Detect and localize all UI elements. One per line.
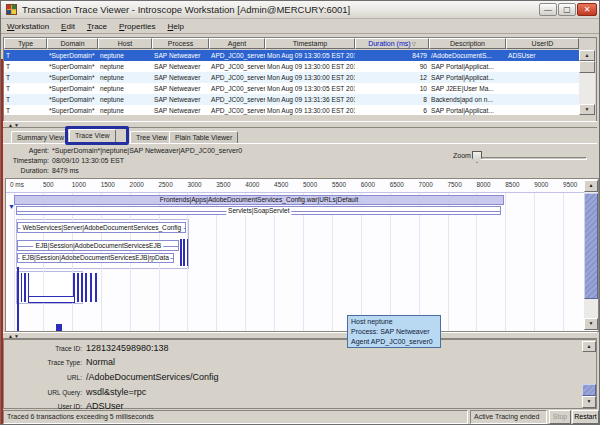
menu-item-edit[interactable]: Edit	[55, 22, 81, 31]
micro-call-segment[interactable]	[56, 324, 62, 332]
zoom-slider-track[interactable]	[473, 157, 587, 160]
detail-field-value: /AdobeDocumentServices/Config	[86, 372, 219, 382]
micro-call-segment[interactable]	[95, 273, 97, 302]
timestamp-info-line: Timestamp: 08/09/10 13:30:05 EST	[3, 157, 124, 164]
table-cell: T	[4, 50, 47, 61]
horizontal-splitter-bottom[interactable]: ▲▼	[3, 332, 597, 339]
column-header-domain[interactable]: Domain	[47, 38, 98, 49]
table-row[interactable]: T*SuperDomain*neptuneSAP NetweaverAPD_JC…	[4, 61, 579, 72]
timestamp-value: 08/09/10 13:30:05 EST	[52, 157, 124, 164]
menu-item-workstation[interactable]: Workstation	[1, 22, 55, 31]
tab-trace-view[interactable]: Trace View	[69, 129, 116, 144]
app-icon	[6, 4, 17, 15]
table-row[interactable]: T*SuperDomain*neptuneSAP NetweaverAPD_JC…	[4, 94, 579, 105]
column-header-description[interactable]: Description	[429, 38, 506, 49]
micro-call-segment[interactable]	[24, 273, 26, 302]
agent-info-line: Agent: *SuperDomain*|neptune|SAP Netweav…	[3, 147, 242, 154]
micro-call-segment[interactable]	[180, 239, 182, 266]
ruler-tick-label: 4000	[245, 181, 259, 188]
column-header-timestamp[interactable]: Timestamp	[265, 38, 355, 49]
table-cell: Mon Aug 09 13:31:36 EST 2010	[265, 94, 355, 105]
chart-scroll-down-icon[interactable]: ▼	[584, 318, 598, 330]
detail-field-label: URL:	[4, 374, 82, 381]
table-row[interactable]: T*SuperDomain*neptuneSAP NetweaverAPD_JC…	[4, 50, 579, 61]
chart-gridline	[563, 193, 564, 331]
column-header-agent[interactable]: Agent	[209, 38, 265, 49]
table-cell: /AdobeDocumentS...	[429, 50, 506, 61]
table-header-row: TypeDomainHostProcessAgentTimestampDurat…	[4, 38, 579, 49]
trace-segment-bar[interactable]: WebServices|Server|AdobeDocumentServices…	[17, 222, 186, 233]
ruler-tick-label: 1000	[72, 181, 86, 188]
transaction-trace-viewer-window: Transaction Trace Viewer - Introscope Wo…	[0, 0, 600, 425]
view-tab-strip: Summary ViewTrace ViewTree ViewPlain Tab…	[3, 128, 597, 144]
table-cell: APD_JC00_server0	[209, 72, 265, 83]
zoom-slider-label: Zoom	[453, 152, 471, 159]
micro-call-segment[interactable]	[90, 273, 92, 302]
table-cell: APD_JC00_server0	[209, 61, 265, 72]
menu-item-properties[interactable]: Properties	[113, 22, 161, 31]
stop-button[interactable]: Stop	[549, 410, 571, 424]
micro-call-segment[interactable]	[183, 239, 185, 266]
column-header-process[interactable]: Process	[152, 38, 209, 49]
zoom-slider-thumb[interactable]	[472, 151, 482, 163]
duration-label: Duration:	[3, 167, 49, 174]
table-cell: APD_JC00_server0	[209, 94, 265, 105]
column-header-host[interactable]: Host	[98, 38, 152, 49]
duration-info-line: Duration: 8479 ms	[3, 167, 79, 174]
column-header-userid[interactable]: UserID	[506, 38, 579, 49]
maximize-button[interactable]: ▢	[558, 3, 576, 16]
close-button[interactable]: ✕	[577, 3, 597, 16]
micro-call-segment[interactable]	[28, 296, 75, 303]
horizontal-splitter-top[interactable]: ▲▼	[3, 121, 597, 128]
micro-call-segment[interactable]	[77, 273, 79, 302]
status-bar: Traced 6 transactions exceeding 5 millis…	[1, 410, 599, 424]
detail-field-label: URL Query:	[4, 389, 82, 396]
details-scrollbar-thumb[interactable]	[582, 384, 596, 396]
table-scrollbar-thumb[interactable]	[579, 61, 595, 73]
ruler-tick-label: 2000	[130, 181, 144, 188]
menu-item-help[interactable]: Help	[162, 22, 190, 31]
ruler-tick-label: 500	[43, 181, 54, 188]
ruler-tick-label: 8500	[505, 181, 519, 188]
table-cell: SAP J2EE|User Ma...	[429, 83, 506, 94]
micro-call-segment[interactable]	[17, 267, 18, 331]
trace-segment-label: EJB|Session|AdobeDocumentServicesEJB	[34, 242, 163, 250]
details-scroll-down-icon[interactable]: ▼	[582, 396, 596, 408]
micro-call-segment[interactable]	[81, 273, 83, 302]
table-cell: 8479	[355, 50, 429, 61]
table-cell: neptune	[98, 94, 152, 105]
ruler-tick-label: 6000	[361, 181, 375, 188]
table-cell: neptune	[98, 72, 152, 83]
menu-item-trace[interactable]: Trace	[81, 22, 113, 31]
chart-scrollbar-thumb[interactable]	[584, 193, 598, 299]
detail-field-value: 1281324598980:138	[86, 343, 169, 353]
trace-segment-bar[interactable]: Frontends|Apps|AdobeDocumentServices_Con…	[14, 195, 504, 205]
micro-call-segment[interactable]	[85, 273, 86, 302]
table-scroll-down-icon[interactable]: ▼	[579, 104, 595, 115]
timestamp-label: Timestamp:	[3, 157, 49, 164]
restart-button[interactable]: Restart	[572, 410, 599, 424]
table-scroll-up-icon[interactable]: ▲	[579, 50, 595, 61]
trace-segment-bar[interactable]: EJB|Session|AdobeDocumentServicesEJB	[17, 240, 179, 251]
ruler-tick-label: 8000	[476, 181, 490, 188]
ruler-tick-label: 0 ms	[10, 181, 24, 188]
column-header-type[interactable]: Type	[4, 38, 47, 49]
details-scroll-up-icon[interactable]: ▲	[582, 341, 596, 352]
trace-segment-bar[interactable]: EJB|Session|AdobeDocumentServicesEJB|rpD…	[17, 253, 173, 263]
table-cell: neptune	[98, 61, 152, 72]
micro-call-segment[interactable]	[187, 239, 188, 266]
trace-segment-bar[interactable]: Servlets|SoapServlet	[16, 206, 501, 215]
ruler-tick-label: 1500	[101, 181, 115, 188]
table-cell: *SuperDomain*	[47, 61, 98, 72]
ruler-tick-label: 3000	[187, 181, 201, 188]
chart-scroll-up-icon[interactable]: ▲	[584, 180, 598, 192]
table-row[interactable]: T*SuperDomain*neptuneSAP NetweaverAPD_JC…	[4, 72, 579, 83]
micro-call-segment[interactable]	[21, 273, 22, 302]
column-header-duration-ms-[interactable]: Duration (ms) ▽	[355, 38, 429, 49]
table-cell: SAP Portal|Applicat...	[429, 72, 506, 83]
title-bar: Transaction Trace Viewer - Introscope Wo…	[1, 1, 599, 19]
agent-value: *SuperDomain*|neptune|SAP Netweaver|APD_…	[52, 147, 242, 154]
minimize-button[interactable]: —	[539, 3, 557, 16]
detail-field-label: Trace Type:	[4, 359, 82, 366]
table-row[interactable]: T*SuperDomain*neptuneSAP NetweaverAPD_JC…	[4, 83, 579, 94]
